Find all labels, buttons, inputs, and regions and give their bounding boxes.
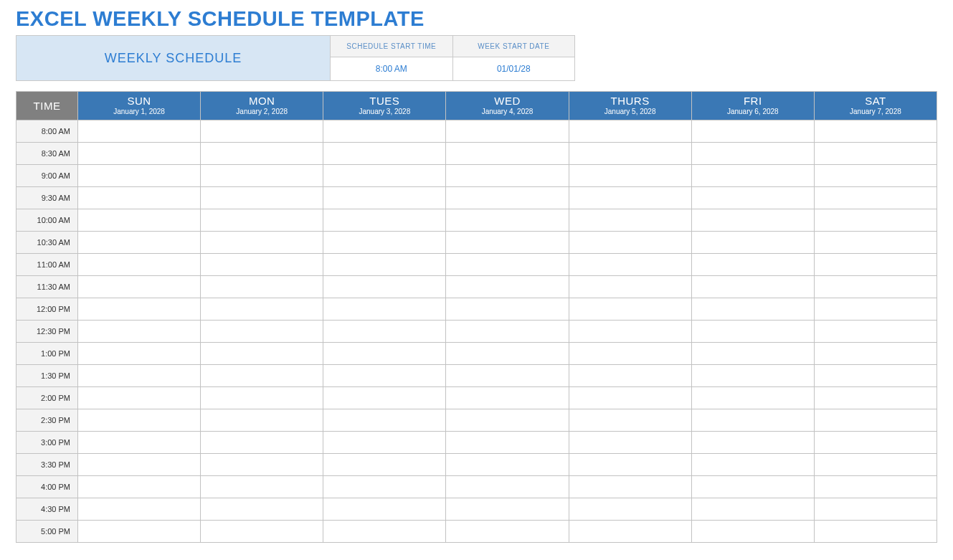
schedule-slot[interactable] <box>446 387 569 409</box>
schedule-slot[interactable] <box>569 209 691 232</box>
schedule-slot[interactable] <box>78 232 201 254</box>
schedule-slot[interactable] <box>323 498 446 521</box>
schedule-slot[interactable] <box>323 454 446 476</box>
schedule-slot[interactable] <box>814 276 937 298</box>
schedule-slot[interactable] <box>201 409 323 432</box>
schedule-slot[interactable] <box>78 365 201 387</box>
schedule-slot[interactable] <box>201 432 323 454</box>
schedule-slot[interactable] <box>691 187 814 209</box>
start-date-value[interactable]: 01/01/28 <box>453 57 575 80</box>
schedule-slot[interactable] <box>323 209 446 232</box>
schedule-slot[interactable] <box>201 298 323 321</box>
schedule-slot[interactable] <box>691 321 814 343</box>
schedule-slot[interactable] <box>201 209 323 232</box>
schedule-slot[interactable] <box>691 343 814 365</box>
schedule-slot[interactable] <box>78 209 201 232</box>
schedule-slot[interactable] <box>814 454 937 476</box>
schedule-slot[interactable] <box>78 187 201 209</box>
schedule-slot[interactable] <box>201 321 323 343</box>
schedule-slot[interactable] <box>569 254 691 276</box>
schedule-slot[interactable] <box>569 120 691 143</box>
schedule-slot[interactable] <box>78 476 201 498</box>
schedule-slot[interactable] <box>323 120 446 143</box>
schedule-slot[interactable] <box>78 276 201 298</box>
schedule-slot[interactable] <box>78 254 201 276</box>
schedule-slot[interactable] <box>78 521 201 543</box>
schedule-slot[interactable] <box>446 343 569 365</box>
schedule-slot[interactable] <box>691 298 814 321</box>
schedule-slot[interactable] <box>78 387 201 409</box>
schedule-slot[interactable] <box>201 232 323 254</box>
schedule-slot[interactable] <box>323 409 446 432</box>
schedule-slot[interactable] <box>78 143 201 165</box>
schedule-slot[interactable] <box>323 165 446 187</box>
schedule-slot[interactable] <box>201 143 323 165</box>
schedule-slot[interactable] <box>446 165 569 187</box>
schedule-slot[interactable] <box>569 276 691 298</box>
schedule-slot[interactable] <box>814 165 937 187</box>
schedule-slot[interactable] <box>323 187 446 209</box>
schedule-slot[interactable] <box>446 498 569 521</box>
schedule-slot[interactable] <box>691 476 814 498</box>
schedule-slot[interactable] <box>814 298 937 321</box>
schedule-slot[interactable] <box>814 343 937 365</box>
schedule-slot[interactable] <box>691 409 814 432</box>
schedule-slot[interactable] <box>78 298 201 321</box>
schedule-slot[interactable] <box>201 165 323 187</box>
schedule-slot[interactable] <box>78 165 201 187</box>
schedule-slot[interactable] <box>446 321 569 343</box>
schedule-slot[interactable] <box>569 521 691 543</box>
schedule-slot[interactable] <box>691 254 814 276</box>
schedule-slot[interactable] <box>446 143 569 165</box>
schedule-slot[interactable] <box>814 498 937 521</box>
schedule-slot[interactable] <box>446 120 569 143</box>
schedule-slot[interactable] <box>569 187 691 209</box>
schedule-slot[interactable] <box>323 521 446 543</box>
schedule-slot[interactable] <box>691 165 814 187</box>
schedule-slot[interactable] <box>323 276 446 298</box>
schedule-slot[interactable] <box>814 120 937 143</box>
schedule-slot[interactable] <box>569 343 691 365</box>
schedule-slot[interactable] <box>814 409 937 432</box>
schedule-slot[interactable] <box>446 298 569 321</box>
schedule-slot[interactable] <box>814 432 937 454</box>
schedule-slot[interactable] <box>201 476 323 498</box>
schedule-slot[interactable] <box>569 432 691 454</box>
schedule-slot[interactable] <box>323 254 446 276</box>
schedule-slot[interactable] <box>691 365 814 387</box>
schedule-slot[interactable] <box>78 409 201 432</box>
schedule-slot[interactable] <box>323 365 446 387</box>
schedule-slot[interactable] <box>569 498 691 521</box>
schedule-slot[interactable] <box>201 343 323 365</box>
schedule-slot[interactable] <box>323 476 446 498</box>
schedule-slot[interactable] <box>78 498 201 521</box>
schedule-slot[interactable] <box>446 409 569 432</box>
start-time-value[interactable]: 8:00 AM <box>331 57 452 80</box>
schedule-slot[interactable] <box>569 387 691 409</box>
schedule-slot[interactable] <box>691 387 814 409</box>
schedule-slot[interactable] <box>814 365 937 387</box>
schedule-slot[interactable] <box>446 454 569 476</box>
schedule-slot[interactable] <box>201 387 323 409</box>
schedule-slot[interactable] <box>691 454 814 476</box>
schedule-slot[interactable] <box>569 143 691 165</box>
schedule-slot[interactable] <box>569 165 691 187</box>
schedule-slot[interactable] <box>323 387 446 409</box>
schedule-slot[interactable] <box>814 476 937 498</box>
schedule-slot[interactable] <box>691 232 814 254</box>
schedule-slot[interactable] <box>446 432 569 454</box>
schedule-slot[interactable] <box>201 498 323 521</box>
schedule-slot[interactable] <box>446 276 569 298</box>
schedule-slot[interactable] <box>323 143 446 165</box>
schedule-slot[interactable] <box>814 143 937 165</box>
schedule-slot[interactable] <box>323 343 446 365</box>
schedule-slot[interactable] <box>78 120 201 143</box>
schedule-slot[interactable] <box>201 365 323 387</box>
schedule-slot[interactable] <box>569 365 691 387</box>
schedule-slot[interactable] <box>78 321 201 343</box>
schedule-slot[interactable] <box>814 209 937 232</box>
schedule-slot[interactable] <box>323 232 446 254</box>
schedule-slot[interactable] <box>78 343 201 365</box>
schedule-slot[interactable] <box>691 521 814 543</box>
schedule-slot[interactable] <box>446 187 569 209</box>
